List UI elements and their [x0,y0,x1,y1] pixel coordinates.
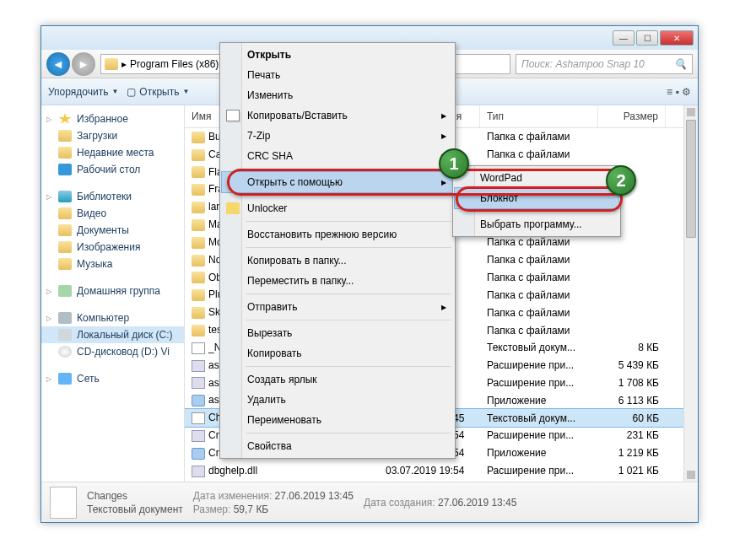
folder-icon [105,58,118,70]
dll-icon [192,377,205,389]
submenu-notepad[interactable]: Блокнот [455,188,618,208]
sidebar-item-recent[interactable]: Недавние места [41,144,184,161]
folder-icon [192,289,205,301]
exe-icon [192,448,205,460]
ctx-open[interactable]: Открыть [222,45,453,65]
close-button[interactable]: ✕ [660,30,694,46]
search-icon: 🔍 [674,58,687,70]
sidebar-item-video[interactable]: Видео [41,205,184,222]
folder-icon [192,219,205,231]
open-button[interactable]: ▢ Открыть ▼ [127,86,189,98]
ctx-openwith[interactable]: Открыть с помощью [222,172,453,192]
sidebar-homegroup[interactable]: Домашняя группа [41,283,184,299]
exe-icon [192,395,205,407]
ctx-7zip[interactable]: 7-Zip [222,126,453,146]
submenu-choose[interactable]: Выбрать программу... [455,214,618,234]
ctx-shortcut[interactable]: Создать ярлык [222,369,453,390]
nav-back-button[interactable]: ◄ [46,52,70,76]
status-filename: Changes [87,490,183,502]
folder-icon [192,237,205,249]
search-placeholder: Поиск: Ashampoo Snap 10 [521,58,645,70]
folder-icon [192,166,205,178]
view-buttons[interactable]: ≡ ▪ ⚙ [667,86,691,98]
breadcrumb-path[interactable]: Program Files (x86) [130,58,219,70]
folder-icon [192,149,205,161]
sidebar-computer[interactable]: Компьютер [41,310,184,326]
col-type[interactable]: Тип [480,105,598,127]
ctx-copy[interactable]: Копировать [222,343,453,363]
ctx-moveto[interactable]: Переместить в папку... [222,271,453,291]
sidebar-network[interactable]: Сеть [41,370,184,387]
folder-icon [192,184,205,196]
ctx-restore[interactable]: Восстановить прежнюю версию [222,224,453,245]
breadcrumb-sep: ▸ [122,58,127,70]
ctx-unlocker[interactable]: Unlocker [222,198,453,218]
statusbar: Changes Текстовый документ Дата изменени… [41,482,698,522]
file-icon [50,487,77,519]
maximize-button[interactable]: ☐ [636,30,658,46]
openwith-submenu: WordPad Блокнот Выбрать программу... [452,165,621,237]
file-row[interactable]: dbghelp.dll03.07.2019 19:54Расширение пр… [185,462,698,480]
dll-icon [192,430,205,442]
folder-icon [192,325,205,337]
sidebar-item-downloads[interactable]: Загрузки [41,127,184,144]
sidebar-libraries[interactable]: Библиотеки [41,188,184,205]
ctx-rename[interactable]: Переименовать [222,410,453,430]
scroll-thumb[interactable] [686,120,696,238]
folder-icon [192,132,205,143]
sidebar-favorites[interactable]: Избранное [41,110,184,127]
search-input[interactable]: Поиск: Ashampoo Snap 10 🔍 [516,54,693,74]
submenu-wordpad[interactable]: WordPad [455,168,618,188]
context-menu: Открыть Печать Изменить Копировать/Встав… [219,42,456,459]
sidebar-item-cddrive[interactable]: CD-дисковод (D:) Vi [41,343,184,360]
annotation-badge-1: 1 [439,148,469,179]
dll-icon [192,360,205,372]
txt-icon [192,412,205,424]
sidebar: Избранное Загрузки Недавние места Рабочи… [41,105,185,482]
ctx-props[interactable]: Свойства [222,436,453,456]
minimize-button[interactable]: — [613,30,634,46]
folder-icon [192,202,205,213]
sidebar-item-music[interactable]: Музыка [41,256,184,272]
ctx-delete[interactable]: Удалить [222,390,453,410]
folder-icon [192,307,205,319]
status-filetype: Текстовый документ [87,503,183,515]
dll-icon [192,466,205,477]
copy-icon [226,110,240,121]
scrollbar[interactable] [683,105,698,482]
ctx-crc[interactable]: CRC SHA [222,146,453,166]
sidebar-item-images[interactable]: Изображения [41,239,184,256]
ctx-cut[interactable]: Вырезать [222,323,453,343]
ctx-sendto[interactable]: Отправить [222,297,453,317]
folder-icon [192,272,205,283]
nav-forward-button[interactable]: ► [72,52,95,76]
ctx-copyto[interactable]: Копировать в папку... [222,250,453,271]
txt-icon [192,342,205,354]
organize-button[interactable]: Упорядочить ▼ [48,86,118,98]
ctx-edit[interactable]: Изменить [222,85,453,105]
ctx-copypaste[interactable]: Копировать/Вставить [222,105,453,126]
sidebar-item-localdisk[interactable]: Локальный диск (C:) [41,326,184,343]
annotation-badge-2: 2 [606,165,636,196]
lock-icon [226,202,240,214]
ctx-print[interactable]: Печать [222,65,453,85]
sidebar-item-desktop[interactable]: Рабочий стол [41,161,184,178]
sidebar-item-docs[interactable]: Документы [41,222,184,239]
col-size[interactable]: Размер [598,105,666,127]
folder-icon [192,255,205,267]
